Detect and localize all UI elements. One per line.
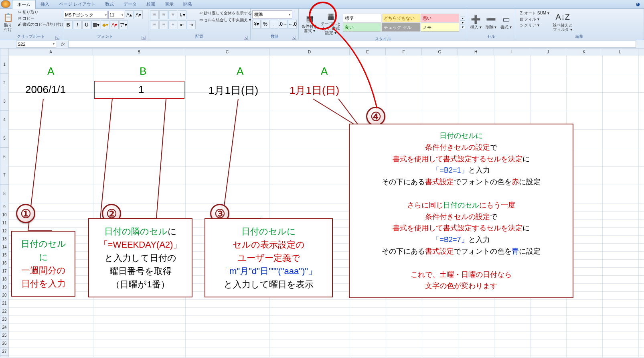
row-header[interactable]: 15: [0, 251, 9, 259]
styles-gallery-more[interactable]: ▴▾▾: [460, 16, 465, 29]
clear-button[interactable]: ◇クリア ▾: [517, 22, 551, 28]
align-center-button[interactable]: ≡: [159, 20, 168, 29]
row-header[interactable]: 3: [0, 92, 9, 111]
orientation-button[interactable]: ⤹▾: [178, 10, 186, 19]
font-color-button[interactable]: A▾: [110, 20, 119, 29]
tab-developer[interactable]: 開発: [178, 0, 197, 8]
align-left-button[interactable]: ≡: [150, 20, 159, 29]
office-button[interactable]: [1, 0, 10, 8]
row-header[interactable]: 25: [0, 332, 9, 340]
row-header[interactable]: 21: [0, 299, 9, 307]
col-header[interactable]: E: [350, 48, 386, 55]
clipboard-launcher[interactable]: ↘: [55, 36, 59, 40]
align-right-button[interactable]: ≡: [168, 20, 177, 29]
row-header[interactable]: 19: [0, 283, 9, 291]
col-header[interactable]: G: [422, 48, 458, 55]
style-bad[interactable]: 悪い: [421, 14, 459, 22]
number-format-combo[interactable]: 標準▾: [252, 10, 292, 18]
sort-filter-button[interactable]: A↓Z並べ替えと フィルタ ▾: [552, 10, 574, 33]
tab-review[interactable]: 校閲: [142, 0, 160, 8]
tab-page-layout[interactable]: ページ レイアウト: [54, 0, 100, 8]
row-header[interactable]: 2: [0, 74, 9, 92]
insert-cells-button[interactable]: ➕挿入 ▾: [469, 10, 483, 33]
col-header[interactable]: L: [602, 48, 638, 55]
row-header[interactable]: 4: [0, 111, 9, 129]
align-launcher[interactable]: ↘: [244, 36, 248, 40]
row-header[interactable]: 5: [0, 129, 9, 148]
tab-formulas[interactable]: 数式: [100, 0, 119, 8]
help-icon[interactable]: ◕: [636, 2, 640, 7]
row-header[interactable]: 8: [0, 185, 9, 203]
row-header[interactable]: 7: [0, 166, 9, 185]
col-header[interactable]: A: [9, 48, 93, 55]
wrap-text-button[interactable]: ↩折り返して全体を表示する: [196, 10, 253, 16]
row-header[interactable]: 23: [0, 315, 9, 323]
align-middle-button[interactable]: ≡: [159, 10, 168, 19]
format-painter-button[interactable]: 🖌書式のコピー/貼り付け: [15, 22, 65, 27]
row-header[interactable]: 16: [0, 259, 9, 267]
row-header[interactable]: 13: [0, 235, 9, 243]
delete-cells-button[interactable]: ➖削除 ▾: [484, 10, 498, 33]
style-check-cell[interactable]: チェック セル: [382, 23, 420, 32]
indent-increase-button[interactable]: ⇥: [187, 20, 196, 29]
currency-button[interactable]: ¥▾: [252, 20, 261, 28]
number-launcher[interactable]: ↘: [292, 36, 296, 40]
align-top-button[interactable]: ≡: [150, 10, 159, 19]
row-header[interactable]: 11: [0, 219, 9, 227]
col-header[interactable]: I: [494, 48, 530, 55]
col-header[interactable]: M: [638, 48, 644, 55]
row-header[interactable]: 24: [0, 323, 9, 332]
tab-home[interactable]: ホーム: [12, 0, 36, 9]
increase-decimal-button[interactable]: .0→: [279, 20, 288, 28]
fill-color-button[interactable]: ◆▾: [101, 20, 109, 29]
grow-font-button[interactable]: A▴: [125, 10, 134, 19]
row-header[interactable]: 20: [0, 291, 9, 299]
cut-button[interactable]: ✂切り取り: [15, 10, 65, 15]
comma-button[interactable]: ,: [270, 20, 278, 28]
copy-button[interactable]: ⎘コピー: [15, 16, 65, 21]
bold-button[interactable]: B: [64, 20, 73, 29]
font-name-combo[interactable]: MS Pゴシック▾: [64, 11, 108, 19]
style-good[interactable]: 良い: [343, 23, 381, 32]
phonetic-button[interactable]: ア▾: [119, 20, 128, 29]
underline-button[interactable]: U: [82, 20, 91, 29]
format-cells-button[interactable]: ▭書式 ▾: [499, 10, 513, 33]
row-header[interactable]: 1: [0, 55, 9, 74]
percent-button[interactable]: %: [261, 20, 269, 28]
row-header[interactable]: 6: [0, 148, 9, 166]
paste-button[interactable]: 📋 貼り付け: [2, 10, 14, 33]
tab-insert[interactable]: 挿入: [36, 0, 54, 8]
font-size-combo[interactable]: 11▾: [108, 11, 124, 19]
font-launcher[interactable]: ↘: [142, 36, 146, 40]
decrease-decimal-button[interactable]: ←.0: [288, 20, 297, 28]
indent-decrease-button[interactable]: ⇤: [178, 20, 186, 29]
row-header[interactable]: 18: [0, 275, 9, 283]
name-box[interactable]: S22▾: [16, 41, 56, 48]
italic-button[interactable]: I: [73, 20, 82, 29]
tab-view[interactable]: 表示: [160, 0, 178, 8]
col-header[interactable]: K: [566, 48, 602, 55]
row-header[interactable]: 22: [0, 307, 9, 315]
fx-icon[interactable]: fx: [59, 41, 67, 47]
row-header[interactable]: 28: [0, 356, 9, 357]
row-header[interactable]: 26: [0, 340, 9, 348]
row-header[interactable]: 10: [0, 211, 9, 219]
style-memo[interactable]: メモ: [421, 23, 459, 32]
fill-button[interactable]: ▥フィル ▾: [517, 16, 551, 22]
col-header[interactable]: B: [93, 48, 185, 55]
col-header[interactable]: J: [530, 48, 566, 55]
style-neutral[interactable]: どちらでもない: [382, 14, 420, 22]
row-header[interactable]: 27: [0, 348, 9, 356]
style-normal[interactable]: 標準: [343, 14, 381, 22]
align-bottom-button[interactable]: ≡: [168, 10, 177, 19]
border-button[interactable]: ▦▾: [91, 20, 100, 29]
col-header[interactable]: F: [386, 48, 422, 55]
row-header[interactable]: 9: [0, 203, 9, 211]
sheet-area[interactable]: ABCDEFGHIJKLMNO 123456789101112131415161…: [0, 48, 644, 357]
autosum-button[interactable]: Σオート SUM ▾: [517, 10, 551, 16]
merge-center-button[interactable]: ▭セルを結合して中央揃え ▾: [196, 17, 253, 23]
row-header[interactable]: 17: [0, 267, 9, 275]
tab-data[interactable]: データ: [119, 0, 142, 8]
col-header[interactable]: H: [458, 48, 494, 55]
row-header[interactable]: 14: [0, 243, 9, 251]
